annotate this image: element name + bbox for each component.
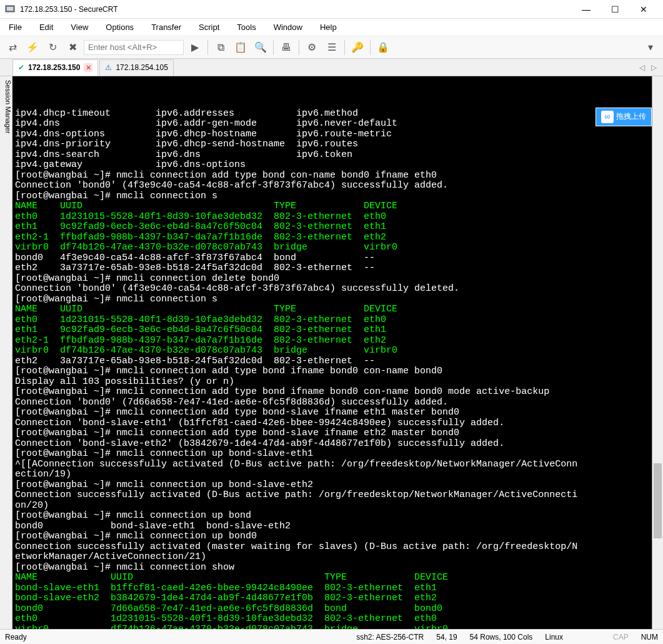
menu-edit[interactable]: Edit [36, 21, 57, 33]
terminal-line: bond-slave-eth2 b3842679-1de4-47d4-ab9f-… [15, 593, 649, 604]
menu-script[interactable]: Script [195, 21, 223, 33]
status-cipher: ssh2: AES-256-CTR [356, 633, 424, 641]
terminal-line: [root@wangbai ~]# nmcli connection delet… [15, 274, 649, 284]
menu-options[interactable]: Options [102, 21, 137, 33]
tab-active[interactable]: ✔ 172.18.253.150 ✕ [12, 59, 98, 76]
tab-next-icon[interactable]: ▷ [649, 63, 659, 72]
status-os: Linux [545, 633, 563, 641]
app-icon [5, 4, 15, 14]
find-icon[interactable]: 🔍 [252, 39, 269, 56]
host-input[interactable] [84, 40, 184, 55]
menu-tools[interactable]: Tools [233, 21, 259, 33]
print-icon[interactable]: 🖶 [277, 39, 295, 56]
terminal-line: etworkManager/ActiveConnection/21) [15, 552, 649, 563]
go-icon[interactable]: ▶ [186, 39, 204, 56]
terminal-line: [root@wangbai ~]# nmcli connection up bo… [15, 480, 649, 491]
terminal-line: bond0 7d66a658-7e47-41ed-ae6e-6fc5f8d883… [15, 604, 649, 615]
scroll-thumb[interactable] [654, 463, 662, 538]
terminal[interactable]: ipv4.dhcp-timeout ipv6.addresses ipv6.me… [12, 76, 652, 629]
tab-label: 172.18.253.150 [28, 63, 80, 72]
menu-help[interactable]: Help [316, 21, 341, 33]
tab-close-icon[interactable]: ✕ [84, 63, 92, 72]
terminal-line: [root@wangbai ~]# nmcli connection add t… [15, 171, 649, 181]
settings-icon[interactable]: ⚙ [303, 39, 321, 56]
warning-icon: ⚠ [105, 63, 112, 72]
terminal-line: [root@wangbai ~]# nmcli connection up bo… [15, 511, 649, 521]
quick-connect-icon[interactable]: ⚡ [24, 39, 41, 56]
statusbar: Ready ssh2: AES-256-CTR 54, 19 54 Rows, … [0, 629, 663, 644]
terminal-line: [root@wangbai ~]# nmcli connection show [15, 563, 649, 573]
terminal-line: eth0 1d231015-5528-40f1-8d39-10fae3debd3… [15, 614, 649, 625]
separator [299, 40, 299, 55]
tab-prev-icon[interactable]: ◁ [637, 63, 647, 72]
terminal-line: ipv4.dns-options ipv6.dhcp-hostname ipv6… [15, 129, 649, 140]
upload-badge[interactable]: ∞ 拖拽上传 [596, 108, 652, 126]
close-button[interactable]: ✕ [629, 0, 658, 19]
terminal-line: eth2-1 ffbdfad9-988b-4397-b347-da7a7f1b1… [15, 336, 649, 346]
menu-file[interactable]: File [5, 21, 26, 33]
terminal-line: Connection successfully activated (maste… [15, 542, 649, 553]
terminal-line: NAME UUID TYPE DEVICE [15, 573, 649, 583]
menu-view[interactable]: View [67, 21, 92, 33]
toolbar: ⇄ ⚡ ↻ ✖ ▶ ⧉ 📋 🔍 🖶 ⚙ ☰ 🔑 🔒 ▾ [0, 36, 663, 59]
terminal-line: ipv4.dns-search ipv6.dns ipv6.token [15, 150, 649, 161]
terminal-line: eth2 3a73717e-65ab-93e8-b518-24f5af32dc0… [15, 263, 649, 274]
terminal-line: [root@wangbai ~]# nmcli connection add t… [15, 408, 649, 418]
tab-inactive[interactable]: ⚠ 172.18.254.105 [99, 59, 173, 76]
terminal-line: Display all 103 possibilities? (y or n) [15, 377, 649, 388]
terminal-line: Connection 'bond-slave-eth2' (b3842679-1… [15, 439, 649, 450]
copy-icon[interactable]: ⧉ [212, 39, 229, 56]
terminal-line: Connection 'bond0' (4f3e9c40-ca54-4c88-a… [15, 284, 649, 294]
terminal-line: ipv4.dns-priority ipv6.dhcp-send-hostnam… [15, 139, 649, 150]
scrollbar[interactable] [652, 76, 663, 629]
check-icon: ✔ [18, 63, 24, 72]
terminal-line: ipv4.dhcp-timeout ipv6.addresses ipv6.me… [15, 109, 649, 119]
terminal-line: [root@wangbai ~]# nmcli connection up bo… [15, 449, 649, 460]
menu-window[interactable]: Window [270, 21, 306, 33]
terminal-line: Connection successfully activated (D-Bus… [15, 490, 649, 501]
terminal-line: Connection 'bond0' (7d66a658-7e47-41ed-a… [15, 398, 649, 408]
minimize-button[interactable]: — [572, 0, 601, 19]
paste-icon[interactable]: 📋 [232, 39, 249, 56]
svg-rect-1 [7, 7, 13, 11]
terminal-line: bond0 bond-slave-eth1 bond-slave-eth2 [15, 521, 649, 532]
terminal-line: eth1 9c92fad9-6ecb-3e6c-eb4d-8a47c6f50c0… [15, 325, 649, 336]
menubar: File Edit View Options Transfer Script T… [0, 19, 663, 36]
key-icon[interactable]: 🔑 [349, 39, 366, 56]
separator [344, 40, 345, 55]
session-manager-panel[interactable]: Session Manager [0, 76, 12, 629]
menu-transfer[interactable]: Transfer [147, 21, 185, 33]
terminal-line: Connection 'bond-slave-eth1' (b1ffcf81-c… [15, 418, 649, 429]
status-size: 54 Rows, 100 Cols [470, 633, 533, 641]
session-options-icon[interactable]: ☰ [323, 39, 341, 56]
reconnect-icon[interactable]: ↻ [44, 39, 61, 56]
separator [370, 40, 371, 55]
maximize-button[interactable]: ☐ [601, 0, 629, 19]
titlebar: 172.18.253.150 - SecureCRT — ☐ ✕ [0, 0, 663, 19]
terminal-line: bond0 4f3e9c40-ca54-4c88-afcf-3f873f67ab… [15, 253, 649, 264]
terminal-line: eth2 3a73717e-65ab-93e8-b518-24f5af32dc0… [15, 356, 649, 367]
terminal-line: ipv4.dns ipv6.addr-gen-mode ipv6.never-d… [15, 119, 649, 129]
terminal-line: eth0 1d231015-5528-40f1-8d39-10fae3debd3… [15, 212, 649, 223]
terminal-line: Connection 'bond0' (4f3e9c40-ca54-4c88-a… [15, 181, 649, 191]
cloud-icon: ∞ [601, 111, 614, 123]
separator [273, 40, 274, 55]
terminal-line: on/20) [15, 501, 649, 511]
terminal-line: NAME UUID TYPE DEVICE [15, 201, 649, 212]
tabbar: ✔ 172.18.253.150 ✕ ⚠ 172.18.254.105 ◁ ▷ [0, 59, 663, 76]
lock-icon[interactable]: 🔒 [374, 39, 392, 56]
separator [207, 40, 208, 55]
terminal-line: [root@wangbai ~]# nmcli connection s [15, 294, 649, 305]
tab-label: 172.18.254.105 [116, 63, 167, 72]
terminal-line: eth0 1d231015-5528-40f1-8d39-10fae3debd3… [15, 315, 649, 326]
upload-label: 拖拽上传 [616, 112, 646, 123]
terminal-line: virbr0 df74b126-47ae-4370-b32e-d078c07ab… [15, 625, 649, 630]
toolbar-overflow-icon[interactable]: ▾ [642, 39, 659, 56]
terminal-line: [root@wangbai ~]# nmcli connection up bo… [15, 531, 649, 542]
terminal-line: bond-slave-eth1 b1ffcf81-caed-42e6-bbee-… [15, 583, 649, 594]
disconnect-icon[interactable]: ✖ [64, 39, 81, 56]
window-title: 172.18.253.150 - SecureCRT [20, 5, 572, 14]
terminal-line: [root@wangbai ~]# nmcli connection add t… [15, 387, 649, 398]
connect-icon[interactable]: ⇄ [4, 39, 21, 56]
terminal-line: [root@wangbai ~]# nmcli connection add t… [15, 428, 649, 439]
